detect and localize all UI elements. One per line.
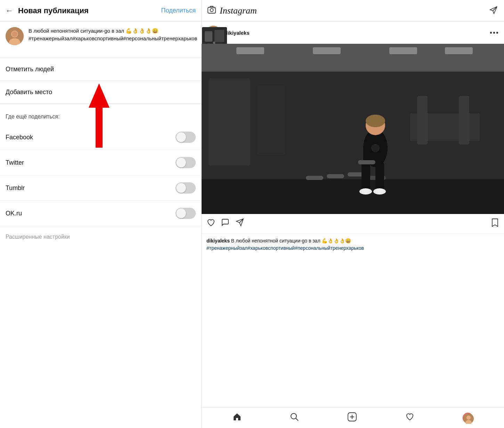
svg-point-36 (373, 188, 386, 195)
svg-rect-26 (417, 96, 428, 145)
caption-hashtags: #тренажерныйзал#харьковспортивный#персон… (206, 245, 364, 251)
avatar-image (6, 27, 24, 45)
svg-rect-40 (358, 160, 375, 164)
okru-toggle-row: OK.ru (0, 201, 201, 226)
tumblr-toggle-knob (176, 183, 186, 193)
facebook-toggle-knob (176, 132, 186, 142)
svg-rect-34 (375, 162, 384, 190)
add-location-label: Добавить место (6, 89, 52, 96)
svg-point-35 (359, 188, 372, 195)
ig-username[interactable]: dikiyaleks (225, 30, 486, 36)
svg-rect-5 (205, 31, 212, 42)
svg-rect-18 (236, 47, 264, 54)
facebook-toggle[interactable] (176, 132, 196, 143)
back-button[interactable]: ← (6, 6, 13, 15)
tag-people-item[interactable]: Отметить людей (0, 58, 201, 81)
ig-post-caption: dikiyaleks В любой непонятной ситуации-g… (202, 234, 504, 256)
svg-rect-21 (445, 47, 473, 54)
tumblr-toggle[interactable] (176, 182, 196, 194)
twitter-toggle[interactable] (176, 157, 196, 168)
nav-search-icon[interactable] (290, 412, 299, 423)
like-icon[interactable] (206, 218, 216, 229)
camera-icon (207, 5, 216, 16)
caption-body: В любой непонятной ситуации-go в зал 💪👌👌… (231, 238, 351, 244)
more-options-button[interactable]: ••• (490, 29, 499, 37)
svg-rect-22 (202, 179, 504, 214)
svg-rect-19 (313, 47, 341, 54)
share-icon[interactable] (236, 218, 245, 229)
add-location-item[interactable]: Добавить место (0, 81, 201, 104)
tag-people-label: Отметить людей (6, 66, 54, 73)
svg-point-12 (214, 8, 214, 9)
facebook-label: Facebook (6, 134, 33, 141)
instagram-header: Instagram (202, 0, 504, 22)
svg-point-11 (210, 8, 213, 11)
instagram-panel: Instagram dikiyaleks ••• (202, 0, 504, 428)
comment-icon[interactable] (221, 218, 230, 229)
svg-point-42 (291, 413, 296, 419)
svg-line-43 (296, 418, 298, 421)
svg-rect-24 (257, 85, 285, 155)
twitter-toggle-row: Twitter (0, 150, 201, 175)
svg-point-41 (371, 144, 380, 152)
instagram-bottom-nav (202, 407, 504, 428)
svg-rect-39 (363, 145, 370, 162)
instagram-logo-area: Instagram (207, 5, 257, 16)
twitter-toggle-knob (176, 158, 186, 167)
svg-rect-23 (209, 79, 250, 165)
svg-rect-20 (389, 47, 417, 54)
post-caption-text: В любой непонятной ситуации-go в зал 💪👌👌… (29, 27, 197, 42)
tumblr-toggle-row: Tumblr (0, 175, 201, 201)
ig-post-header: dikiyaleks ••• (202, 22, 504, 44)
avatar (6, 27, 24, 45)
advanced-settings-link[interactable]: Расширенные настройки (0, 226, 201, 248)
nav-home-icon[interactable] (233, 412, 242, 423)
page-title: Новая публикация (18, 6, 161, 15)
instagram-logo-text: Instagram (220, 6, 257, 16)
svg-point-3 (12, 31, 17, 37)
nav-profile-avatar[interactable] (463, 413, 473, 423)
svg-point-48 (466, 415, 471, 420)
share-section-title: Где ещё поделиться: (0, 104, 201, 125)
twitter-label: Twitter (6, 159, 24, 166)
svg-rect-29 (327, 174, 344, 178)
share-button[interactable]: Поделиться (161, 7, 196, 14)
post-preview: В любой непонятной ситуации-go в зал 💪👌👌… (0, 22, 201, 58)
send-icon[interactable] (489, 5, 498, 16)
caption-username[interactable]: dikiyaleks (206, 238, 230, 244)
ig-post-actions (202, 214, 504, 234)
okru-toggle-knob (176, 208, 186, 218)
action-icons-group (206, 218, 491, 229)
nav-heart-icon[interactable] (405, 412, 414, 423)
okru-label: OK.ru (6, 210, 22, 217)
facebook-toggle-row: Facebook (0, 125, 201, 150)
okru-toggle[interactable] (176, 208, 196, 219)
svg-rect-28 (306, 176, 323, 180)
svg-rect-6 (214, 30, 224, 42)
new-post-header: ← Новая публикация Поделиться (0, 0, 201, 22)
ig-post-image (202, 44, 504, 214)
nav-add-icon[interactable] (347, 412, 357, 424)
svg-rect-33 (361, 162, 370, 190)
svg-point-38 (366, 115, 385, 127)
tumblr-label: Tumblr (6, 184, 25, 192)
svg-rect-27 (459, 96, 469, 145)
bookmark-icon[interactable] (491, 218, 499, 229)
